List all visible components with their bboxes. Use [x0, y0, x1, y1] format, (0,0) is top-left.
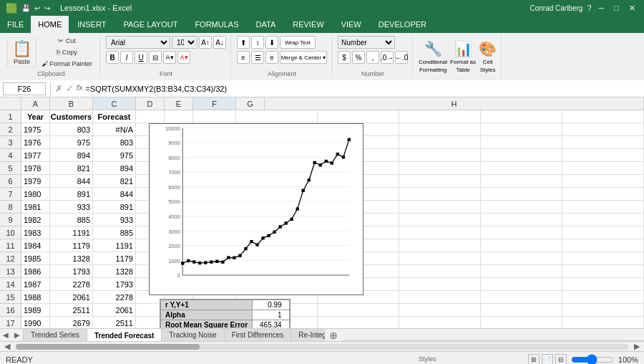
align-center-btn[interactable]: ☰ — [251, 51, 264, 64]
fill-color-btn[interactable]: A▾ — [163, 51, 176, 64]
cell-5-0[interactable]: 1978 — [21, 162, 50, 175]
cell-14-8[interactable] — [399, 278, 481, 291]
zoom-slider[interactable] — [571, 354, 614, 365]
cell-6-2[interactable]: 821 — [93, 175, 136, 188]
cell-10-0[interactable]: 1983 — [21, 226, 50, 239]
sheet-tab-tracking-noise[interactable]: Tracking Noise — [161, 329, 224, 341]
cell-16-10[interactable] — [562, 304, 644, 317]
cell-14-2[interactable]: 1793 — [93, 278, 136, 291]
cell-12-0[interactable]: 1985 — [21, 252, 50, 265]
format-painter-button[interactable]: 🖌 Format Painter — [39, 59, 95, 69]
cell-11-9[interactable] — [481, 239, 562, 252]
align-right-btn[interactable]: ≡ — [265, 51, 278, 64]
cell-16-9[interactable] — [481, 304, 562, 317]
bold-btn[interactable]: B — [106, 51, 119, 64]
border-btn[interactable]: ⊟ — [149, 51, 162, 64]
cell-10-1[interactable]: 1191 — [50, 226, 93, 239]
cell-7-1[interactable]: 891 — [50, 188, 93, 201]
tab-review[interactable]: REVIEW — [284, 16, 332, 33]
cell-15-1[interactable]: 2061 — [50, 291, 93, 304]
formula-input[interactable]: =SQRT(SUMXMY2(B3:B34,C3:C34)/32) — [86, 85, 641, 93]
cell-15-8[interactable] — [399, 291, 481, 304]
cell-4-2[interactable]: 975 — [93, 149, 136, 162]
cell-9-10[interactable] — [562, 214, 644, 226]
maximize-btn[interactable]: □ — [611, 4, 622, 12]
cell-6-0[interactable]: 1979 — [21, 175, 50, 188]
cell-14-9[interactable] — [481, 278, 562, 291]
cell-5-2[interactable]: 894 — [93, 162, 136, 175]
cell-12-1[interactable]: 1328 — [50, 252, 93, 265]
dec-inc-btn[interactable]: .0→ — [381, 51, 394, 64]
page-layout-btn[interactable]: 📄 — [542, 354, 553, 365]
col-header-b[interactable]: B — [50, 97, 93, 110]
align-mid-btn[interactable]: ↕ — [251, 36, 264, 49]
cell-5-10[interactable] — [562, 162, 644, 175]
cut-button[interactable]: ✂ Cut — [39, 36, 95, 46]
col-header-f[interactable]: F — [193, 97, 236, 110]
minimize-btn[interactable]: ─ — [596, 4, 608, 12]
col-header-e[interactable]: E — [165, 97, 193, 110]
tab-home[interactable]: HOME — [31, 16, 69, 33]
qat-undo[interactable]: ↩ — [34, 4, 40, 12]
cell-10-10[interactable] — [562, 226, 644, 239]
cell-1-3[interactable] — [136, 110, 165, 123]
font-grow-btn[interactable]: A↑ — [199, 36, 212, 49]
cell-15-10[interactable] — [562, 291, 644, 304]
cell-10-8[interactable] — [399, 226, 481, 239]
cell-2-1[interactable]: 803 — [50, 123, 93, 136]
tab-scroll-left[interactable]: ◀ — [0, 329, 11, 341]
dec-dec-btn[interactable]: ←.0 — [395, 51, 408, 64]
cell-10-9[interactable] — [481, 226, 562, 239]
cell-17-8[interactable] — [399, 317, 481, 328]
confirm-formula-icon[interactable]: ✓ — [66, 83, 74, 94]
insert-function-icon[interactable]: fx — [77, 83, 83, 94]
cell-15-0[interactable]: 1988 — [21, 291, 50, 304]
align-top-btn[interactable]: ⬆ — [237, 36, 250, 49]
cell-3-2[interactable]: 803 — [93, 136, 136, 149]
cell-9-1[interactable]: 885 — [50, 214, 93, 226]
cell-1-6[interactable] — [236, 110, 318, 123]
sheet-tab-trended-forecast[interactable]: Trended Forecast — [87, 329, 162, 341]
cell-17-2[interactable]: 2511 — [93, 317, 136, 328]
cell-7-2[interactable]: 844 — [93, 188, 136, 201]
cell-2-9[interactable] — [481, 123, 562, 136]
cell-1-0[interactable]: Year — [21, 110, 50, 123]
cell-13-2[interactable]: 1328 — [93, 265, 136, 278]
cell-8-1[interactable]: 933 — [50, 201, 93, 214]
cell-17-9[interactable] — [481, 317, 562, 328]
cell-2-0[interactable]: 1975 — [21, 123, 50, 136]
comma-btn[interactable]: % — [352, 51, 365, 64]
font-shrink-btn[interactable]: A↓ — [213, 36, 226, 49]
sheet-tab-trended-series[interactable]: Trended Series — [23, 329, 87, 341]
cell-1-8[interactable] — [399, 110, 481, 123]
cell-9-0[interactable]: 1982 — [21, 214, 50, 226]
cell-15-9[interactable] — [481, 291, 562, 304]
col-header-a[interactable]: A — [21, 97, 50, 110]
cell-1-10[interactable] — [562, 110, 644, 123]
cell-11-8[interactable] — [399, 239, 481, 252]
cell-7-8[interactable] — [399, 188, 481, 201]
h-scrollbar[interactable]: ◀ ▶ — [0, 341, 644, 351]
cell-3-9[interactable] — [481, 136, 562, 149]
cancel-formula-icon[interactable]: ✗ — [55, 83, 63, 94]
tab-view[interactable]: VIEW — [333, 16, 370, 33]
cell-17-0[interactable]: 1990 — [21, 317, 50, 328]
cell-1-1[interactable]: Customers — [50, 110, 93, 123]
cell-4-8[interactable] — [399, 149, 481, 162]
cell-16-2[interactable]: 2061 — [93, 304, 136, 317]
font-size-select[interactable]: 10 — [172, 36, 197, 49]
cell-6-8[interactable] — [399, 175, 481, 188]
cell-4-10[interactable] — [562, 149, 644, 162]
cell-8-10[interactable] — [562, 201, 644, 214]
align-left-btn[interactable]: ≡ — [237, 51, 250, 64]
sheet-tab-first-differences[interactable]: First Differences — [224, 329, 292, 341]
scroll-thumb[interactable] — [16, 344, 628, 350]
cell-13-0[interactable]: 1986 — [21, 265, 50, 278]
number-format-select[interactable]: Number — [338, 36, 395, 49]
name-box[interactable] — [3, 82, 46, 95]
cell-13-8[interactable] — [399, 265, 481, 278]
cell-3-10[interactable] — [562, 136, 644, 149]
cell-3-0[interactable]: 1976 — [21, 136, 50, 149]
col-header-g[interactable]: G — [236, 97, 265, 110]
cell-7-10[interactable] — [562, 188, 644, 201]
